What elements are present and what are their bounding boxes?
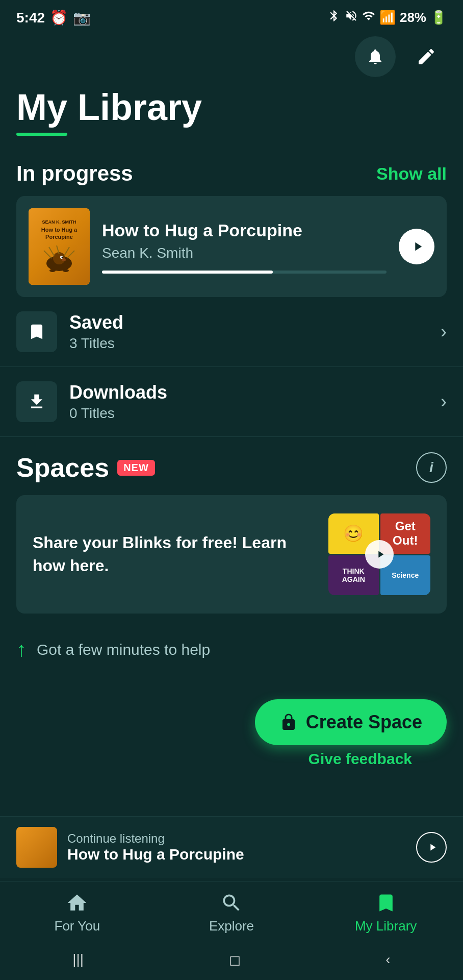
- battery-icon: 🔋: [430, 10, 447, 26]
- bluetooth-icon: [327, 9, 341, 26]
- continue-info: Continue listening How to Hug a Porcupin…: [67, 831, 406, 863]
- continue-listening-bar[interactable]: Continue listening How to Hug a Porcupin…: [0, 816, 463, 878]
- downloads-title: Downloads: [69, 382, 428, 403]
- play-button[interactable]: [399, 229, 434, 264]
- signal-icon: 📶: [379, 10, 396, 26]
- create-space-button[interactable]: Create Space: [255, 699, 447, 745]
- in-progress-title: In progress: [16, 161, 133, 186]
- nav-item-explore[interactable]: Explore: [181, 892, 282, 934]
- spaces-header: Spaces NEW i: [16, 452, 447, 483]
- svg-point-8: [62, 256, 63, 258]
- continue-play-icon: [427, 842, 438, 853]
- saved-icon-container: [16, 311, 57, 352]
- svg-line-6: [67, 251, 74, 258]
- status-bar: 5:42 ⏰ 📷 📶 28% 🔋: [0, 0, 463, 31]
- feedback-text: Got a few minutes to help: [37, 641, 447, 658]
- share-blinks-text: Share your Blinks for free! Learn how he…: [33, 531, 316, 577]
- pen-icon: [416, 46, 436, 67]
- recent-apps-button[interactable]: |||: [72, 951, 84, 968]
- library-icon: [375, 892, 397, 914]
- svg-point-10: [49, 269, 56, 272]
- info-icon: i: [429, 459, 433, 476]
- saved-title: Saved: [69, 312, 428, 333]
- svg-line-3: [49, 247, 54, 256]
- porcupine-illustration: [41, 243, 77, 274]
- show-all-button[interactable]: Show all: [376, 164, 447, 184]
- highlighter-button[interactable]: [406, 36, 447, 77]
- book-cover: SEAN K. SMITH How to Hug a Porcupine: [29, 208, 90, 285]
- continue-label: Continue listening: [67, 831, 406, 846]
- share-blinks-card[interactable]: Share your Blinks for free! Learn how he…: [16, 495, 447, 614]
- svg-point-11: [63, 269, 69, 272]
- spaces-title: Spaces: [16, 452, 109, 483]
- saved-text: Saved 3 Titles: [69, 312, 428, 352]
- book-author: Sean K. Smith: [102, 245, 387, 261]
- nav-label-my-library: My Library: [355, 918, 417, 934]
- system-nav-bar: ||| ◻ ‹: [0, 939, 463, 980]
- home-button[interactable]: ◻: [229, 951, 241, 968]
- progress-container: [102, 271, 387, 274]
- wifi-icon: [362, 9, 375, 26]
- svg-point-9: [62, 258, 66, 261]
- continue-play-button[interactable]: [416, 832, 447, 863]
- home-icon: [66, 892, 88, 914]
- downloads-text: Downloads 0 Titles: [69, 382, 428, 422]
- back-button[interactable]: ‹: [385, 951, 390, 968]
- battery-text: 28%: [400, 10, 426, 26]
- lock-icon: [279, 713, 298, 731]
- blinks-play-overlay: [365, 540, 394, 569]
- create-space-label: Create Space: [306, 712, 422, 733]
- saved-list-item[interactable]: Saved 3 Titles ›: [0, 297, 463, 367]
- title-underline: [16, 133, 67, 136]
- book-title: How to Hug a Porcupine: [102, 220, 387, 241]
- downloads-icon-container: [16, 381, 57, 422]
- status-clock-icon: ⏰: [50, 9, 68, 26]
- notification-button[interactable]: [355, 36, 396, 77]
- in-progress-header: In progress Show all: [0, 146, 463, 196]
- feedback-row: ↑ Got a few minutes to help: [16, 626, 447, 673]
- blinks-play-icon: [375, 549, 386, 560]
- nav-item-for-you[interactable]: For You: [26, 892, 128, 934]
- saved-subtitle: 3 Titles: [69, 335, 428, 352]
- svg-line-2: [44, 251, 52, 258]
- spaces-title-group: Spaces NEW: [16, 452, 155, 483]
- nav-item-my-library[interactable]: My Library: [335, 892, 437, 934]
- new-badge: NEW: [117, 460, 155, 476]
- page-title: My Library: [16, 87, 447, 128]
- blinks-image-grid: 😊 GetOut! THINKAGAIN Science: [328, 513, 430, 595]
- in-progress-info: How to Hug a Porcupine Sean K. Smith: [102, 220, 387, 274]
- bookmark-icon: [27, 322, 46, 341]
- nav-label-explore: Explore: [209, 918, 254, 934]
- continue-title: How to Hug a Porcupine: [67, 846, 406, 863]
- info-button[interactable]: i: [416, 452, 447, 483]
- download-icon: [27, 392, 46, 411]
- spaces-section: Spaces NEW i Share your Blinks for free!…: [0, 437, 463, 673]
- mute-icon: [345, 9, 358, 26]
- progress-bar-fill: [102, 271, 273, 274]
- nav-label-for-you: For You: [55, 918, 100, 934]
- status-record-icon: 📷: [73, 9, 91, 26]
- downloads-subtitle: 0 Titles: [69, 405, 428, 422]
- downloads-chevron: ›: [441, 391, 447, 412]
- downloads-list-item[interactable]: Downloads 0 Titles ›: [0, 367, 463, 437]
- header-icons: [0, 31, 463, 82]
- search-icon: [220, 892, 243, 914]
- play-icon: [410, 239, 425, 254]
- bottom-nav: For You Explore My Library: [0, 881, 463, 939]
- in-progress-card[interactable]: SEAN K. SMITH How to Hug a Porcupine: [16, 196, 447, 297]
- give-feedback-link[interactable]: Give feedback: [308, 750, 412, 768]
- status-right: 📶 28% 🔋: [327, 9, 447, 26]
- mini-book-cover: [16, 827, 57, 868]
- status-left: 5:42 ⏰ 📷: [16, 9, 91, 26]
- svg-line-5: [64, 247, 69, 256]
- bell-icon: [366, 47, 384, 66]
- feedback-arrow-icon: ↑: [16, 638, 27, 661]
- status-time: 5:42: [16, 10, 45, 26]
- progress-bar-bg: [102, 271, 387, 274]
- page-title-section: My Library: [0, 82, 463, 146]
- saved-chevron: ›: [441, 321, 447, 342]
